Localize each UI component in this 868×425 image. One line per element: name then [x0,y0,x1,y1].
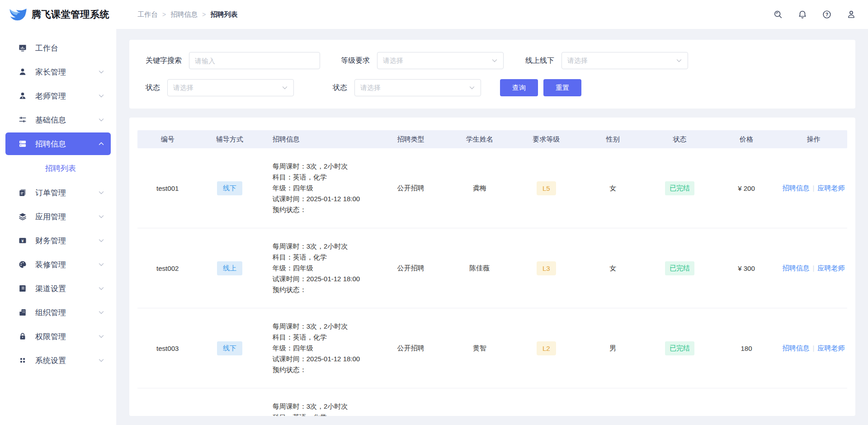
status-cell: 已完结 [646,341,713,355]
row-id-cell: test002 [137,264,198,272]
sidebar-item-lock[interactable]: 权限管理 [5,325,111,348]
gender-cell: 女 [580,264,646,273]
recruit-info-line: 每周课时：3次，2小时次 [273,321,375,332]
sidebar-item-sliders[interactable]: 基础信息 [5,109,111,131]
breadcrumb-item[interactable]: 招聘信息 [170,10,198,19]
sidebar-item-workbench[interactable]: 工作台 [5,37,111,59]
actions-cell: 招聘信息|应聘老师 [780,264,847,273]
apply-teacher-link[interactable]: 应聘老师 [817,344,844,352]
recruit-type-cell: 公开招聘 [375,344,446,353]
recruit-info-line: 每周课时：3次，2小时次 [273,401,375,412]
sidebar-item-finance[interactable]: ¥财务管理 [5,229,111,252]
reset-button[interactable]: 重置 [543,79,581,96]
actions-cell: 招聘信息|应聘老师 [780,184,847,193]
level-cell: L5 [513,181,580,195]
apply-teacher-link[interactable]: 应聘老师 [817,184,844,192]
price-cell: 180 [713,345,780,352]
status2-label: 状态 [333,83,347,93]
filter-row-1: 关键字搜索 等级要求 请选择 线上线下 请选择 [146,52,841,70]
status-badge: 已完结 [665,261,694,275]
recruit-info-line: 年级：四年级 [273,263,375,274]
price-cell: ¥ 200 [713,184,780,192]
recruit-info-line: 预约状态： [273,284,375,295]
sidebar-item-parent[interactable]: 家长管理 [5,61,111,83]
column-header: 编号 [137,135,198,144]
header-actions: ? [773,9,868,19]
chevron-down-icon [98,117,104,123]
sidebar-item-recruit[interactable]: 招聘信息 [5,132,111,155]
row-id-cell: test001 [137,184,198,192]
chevron-down-icon [98,309,104,316]
chevron-down-icon [98,357,104,364]
sidebar-item-label: 组织管理 [35,307,98,318]
help-icon[interactable]: ? [822,9,832,19]
status2-select[interactable]: 请选择 [354,79,481,96]
search-icon[interactable] [773,9,783,19]
filter-row-2: 状态 请选择 状态 请选择 查询 重置 [146,79,841,97]
sidebar-item-channel[interactable]: 渠道设置 [5,277,111,300]
recruit-table: 编号辅导方式招聘信息招聘类型学生姓名要求等级性别状态价格操作 test001线下… [129,118,855,416]
table-row: test002线上每周课时：3次，2小时次科目：英语，化学年级：四年级试课时间：… [137,228,847,308]
sidebar-item-label: 订单管理 [35,188,98,198]
student-name-cell: 龚梅 [446,184,513,193]
sidebar-item-org[interactable]: 组织管理 [5,301,111,324]
recruit-info-cell: 每周课时：3次，2小时次科目：英语，化学年级：四年级试课时间：2025-01-1… [262,161,375,215]
mode-badge: 线下 [217,181,242,195]
breadcrumb-item[interactable]: 工作台 [137,10,158,19]
recruit-info-link[interactable]: 招聘信息 [782,344,809,352]
user-icon[interactable] [846,9,856,19]
apps-icon [18,212,27,221]
lock-icon [18,332,27,341]
breadcrumb-separator-icon: > [162,11,166,18]
level-cell: L2 [513,341,580,355]
online-select-placeholder: 请选择 [567,57,588,65]
mode-cell: 线上 [198,261,261,275]
level-select[interactable]: 请选择 [377,52,504,69]
recruit-info-link[interactable]: 招聘信息 [782,184,809,192]
level-badge: L2 [537,341,556,355]
parent-icon [18,67,27,76]
sidebar-item-orders[interactable]: 订单管理 [5,181,111,204]
recruit-info-line: 科目：英语，化学 [273,332,375,343]
sidebar-item-settings[interactable]: 系统设置 [5,349,111,372]
level-cell: L3 [513,261,580,275]
bell-icon[interactable] [797,9,807,19]
sidebar-item-apps[interactable]: 应用管理 [5,205,111,228]
recruit-info-cell: 每周课时：3次，2小时次科目：英语，化学年级：四年级试课时间：2025-01-1… [262,321,375,375]
recruit-type-cell: 公开招聘 [375,264,446,273]
search-button[interactable]: 查询 [500,79,538,96]
column-header: 辅导方式 [198,135,261,144]
sidebar-item-label: 招聘信息 [35,139,98,149]
chevron-up-icon [98,141,104,147]
sidebar-item-teacher[interactable]: 老师管理 [5,85,111,107]
sidebar: 工作台家长管理老师管理基础信息招聘信息招聘列表订单管理应用管理¥财务管理装修管理… [0,29,117,425]
recruit-info-link[interactable]: 招聘信息 [782,264,809,272]
keyword-label: 关键字搜索 [146,56,182,66]
chevron-down-icon [98,93,104,99]
breadcrumb-separator-icon: > [202,11,206,18]
orders-icon [18,188,27,197]
column-header: 学生姓名 [446,135,513,144]
table-header-row: 编号辅导方式招聘信息招聘类型学生姓名要求等级性别状态价格操作 [137,130,847,148]
actions-cell: 招聘信息|应聘老师 [780,344,847,353]
mode-badge: 线上 [217,261,242,275]
top-header: 腾飞课堂管理系统 工作台>招聘信息>招聘列表 ? [0,0,868,29]
app-title: 腾飞课堂管理系统 [32,8,109,21]
sidebar-subitem-recruit-list[interactable]: 招聘列表 [0,156,116,180]
keyword-input[interactable] [189,52,320,69]
workbench-icon [18,43,27,52]
column-header: 招聘类型 [375,135,446,144]
sidebar-item-palette[interactable]: 装修管理 [5,253,111,276]
settings-icon [18,356,27,365]
sliders-icon [18,115,27,124]
apply-teacher-link[interactable]: 应聘老师 [817,264,844,272]
status1-select[interactable]: 请选择 [167,79,294,96]
sidebar-item-label: 系统设置 [35,355,98,366]
recruit-info-line: 每周课时：3次，2小时次 [273,161,375,172]
recruit-info-line: 年级：四年级 [273,183,375,194]
sidebar-item-label: 老师管理 [35,91,98,101]
recruit-icon [18,139,27,148]
table-row: test003线下每周课时：3次，2小时次科目：英语，化学年级：四年级试课时间：… [137,308,847,388]
online-select[interactable]: 请选择 [561,52,688,69]
level-label: 等级要求 [341,56,370,66]
